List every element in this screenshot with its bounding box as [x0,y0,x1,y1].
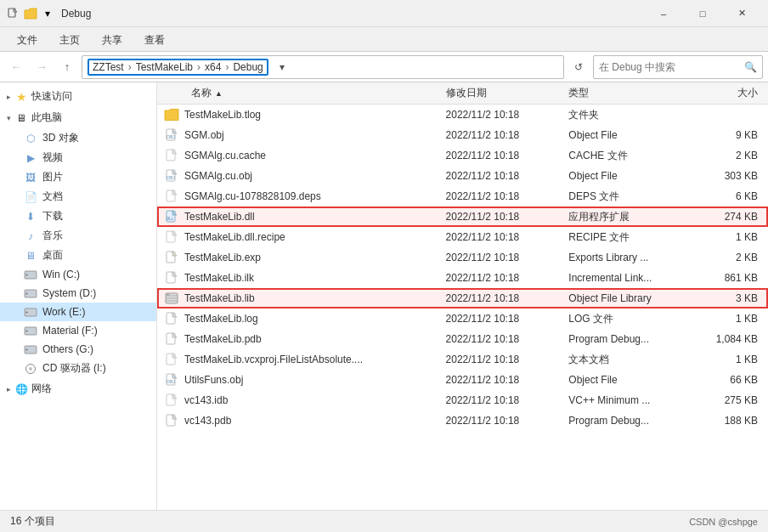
col-header-type[interactable]: 类型 [568,86,700,100]
video-icon: ▶ [24,151,37,165]
table-row[interactable]: TestMakeLib.log 2022/11/2 10:18 LOG 文件 1… [157,308,768,329]
sidebar-item-quick-access[interactable]: ▸ ★ 快速访问 [0,86,156,107]
file-name-text: vc143.pdb [184,415,231,427]
address-dropdown-button[interactable]: ▾ [272,57,292,77]
sidebar-item-drive-e[interactable]: Work (E:) [0,303,156,321]
watermark: CSDN @cshpge [689,517,758,527]
file-type: CACHE 文件 [568,149,700,163]
search-input[interactable] [599,61,741,73]
table-row[interactable]: TestMakeLib.ilk 2022/11/2 10:18 Incremen… [157,268,768,288]
sidebar-item-documents[interactable]: 📄 文档 [0,187,156,207]
file-type-icon [164,108,179,122]
file-icon [7,7,20,20]
file-type-icon: DLL [164,210,179,224]
file-name-text: TestMakeLib.lib [184,292,255,304]
table-row[interactable]: DLL TestMakeLib.dll 2022/11/2 10:18 应用程序… [157,207,768,227]
sidebar-item-drive-g[interactable]: Others (G:) [0,340,156,359]
svg-point-10 [26,349,28,351]
file-type-icon: ▪▪▪ [164,291,179,305]
file-list: TestMakeLib.tlog 2022/11/2 10:18 文件夹 OBJ… [157,105,768,510]
file-size: 303 KB [700,170,768,182]
sidebar-item-video[interactable]: ▶ 视频 [0,148,156,167]
table-row[interactable]: ▪▪▪ TestMakeLib.lib 2022/11/2 10:18 Obje… [157,288,768,308]
file-date: 2022/11/2 10:18 [446,333,569,345]
sidebar-item-music[interactable]: ♪ 音乐 [0,226,156,246]
sidebar-item-drive-c[interactable]: Win (C:) [0,265,156,284]
breadcrumb-sep-1: › [128,61,132,73]
tab-share[interactable]: 共享 [92,30,133,51]
file-type-icon: OBJ [164,128,179,142]
sidebar-item-drive-f[interactable]: Material (F:) [0,321,156,340]
drive-d-icon [24,286,37,300]
file-type: Program Debug... [568,415,700,427]
file-type: RECIPE 文件 [568,230,700,245]
file-date: 2022/11/2 10:18 [446,109,569,121]
minimize-button[interactable]: – [644,0,683,27]
col-header-name[interactable]: 名称▲ [157,86,446,100]
maximize-button[interactable]: □ [683,0,722,27]
table-row[interactable]: TestMakeLib.exp 2022/11/2 10:18 Exports … [157,247,768,268]
tab-home[interactable]: 主页 [49,30,90,51]
close-button[interactable]: ✕ [722,0,761,27]
sidebar-item-3d[interactable]: ⬡ 3D 对象 [0,128,156,148]
drive-f-icon [24,324,37,337]
table-row[interactable]: OBJ SGM.obj 2022/11/2 10:18 Object File … [157,125,768,145]
up-button[interactable]: ↑ [56,57,78,77]
file-type: VC++ Minimum ... [568,394,700,406]
cd-icon [24,362,37,376]
expand-arrow-network: ▸ [7,385,11,393]
table-row[interactable]: TestMakeLib.dll.recipe 2022/11/2 10:18 R… [157,227,768,247]
file-name-cell: vc143.pdb [157,414,446,427]
file-type: LOG 文件 [568,312,700,326]
svg-text:DLL: DLL [167,217,174,221]
table-row[interactable]: SGMAlg.cu.cache 2022/11/2 10:18 CACHE 文件… [157,145,768,166]
file-type-icon [164,251,179,264]
file-date: 2022/11/2 10:18 [446,374,569,386]
tab-view[interactable]: 查看 [134,30,175,51]
file-type-icon [164,414,179,427]
table-row[interactable]: TestMakeLib.tlog 2022/11/2 10:18 文件夹 [157,105,768,125]
sidebar-item-downloads[interactable]: ⬇ 下载 [0,207,156,226]
sidebar-label-drive-i: CD 驱动器 (I:) [42,361,106,376]
sidebar-item-this-pc[interactable]: ▾ 🖥 此电脑 [0,107,156,128]
sidebar-item-drive-i[interactable]: CD 驱动器 (I:) [0,359,156,378]
table-row[interactable]: vc143.idb 2022/11/2 10:18 VC++ Minimum .… [157,390,768,410]
file-type: Object File [568,374,700,386]
sidebar-item-pictures[interactable]: 🖼 图片 [0,167,156,187]
table-row[interactable]: OBJ SGMAlg.cu.obj 2022/11/2 10:18 Object… [157,166,768,186]
file-name-cell: DLL TestMakeLib.dll [157,210,446,224]
sidebar-label-drive-g: Others (G:) [42,343,93,355]
file-size: 3 KB [700,292,768,304]
file-type: 文件夹 [568,108,700,122]
table-row[interactable]: OBJ UtilsFuns.obj 2022/11/2 10:18 Object… [157,370,768,390]
forward-button[interactable]: → [31,57,53,77]
table-row[interactable]: SGMAlg.cu-1078828109.deps 2022/11/2 10:1… [157,186,768,207]
file-type: Incremental Link... [568,272,700,284]
file-type-icon: OBJ [164,373,179,387]
file-type: Object File Library [568,292,700,304]
table-row[interactable]: vc143.pdb 2022/11/2 10:18 Program Debug.… [157,410,768,431]
file-name-cell: TestMakeLib.exp [157,251,446,264]
address-bar[interactable]: ZZTest › TestMakeLib › x64 › Debug ▾ [82,55,564,79]
file-type-icon [164,312,179,325]
file-date: 2022/11/2 10:18 [446,354,569,365]
col-header-size[interactable]: 大小 [700,86,768,100]
refresh-button[interactable]: ↺ [568,57,590,77]
breadcrumb: ZZTest › TestMakeLib › x64 › Debug [88,59,268,76]
file-name-cell: OBJ UtilsFuns.obj [157,373,446,387]
col-header-date[interactable]: 修改日期 [446,86,569,100]
sidebar-item-desktop[interactable]: 🖥 桌面 [0,246,156,265]
sidebar-label-pictures: 图片 [42,170,63,184]
drive-g-icon [24,342,37,356]
file-type-icon [164,353,179,366]
sidebar-item-drive-d[interactable]: System (D:) [0,284,156,303]
file-type-icon [164,332,179,346]
file-name-cell: TestMakeLib.vcxproj.FileListAbsolute.... [157,353,446,366]
table-row[interactable]: TestMakeLib.vcxproj.FileListAbsolute....… [157,349,768,370]
tab-file[interactable]: 文件 [7,30,48,51]
file-type-icon [164,149,179,162]
sidebar-item-network[interactable]: ▸ 🌐 网络 [0,378,156,399]
back-button[interactable]: ← [5,57,27,77]
file-date: 2022/11/2 10:18 [446,272,569,284]
table-row[interactable]: TestMakeLib.pdb 2022/11/2 10:18 Program … [157,329,768,349]
